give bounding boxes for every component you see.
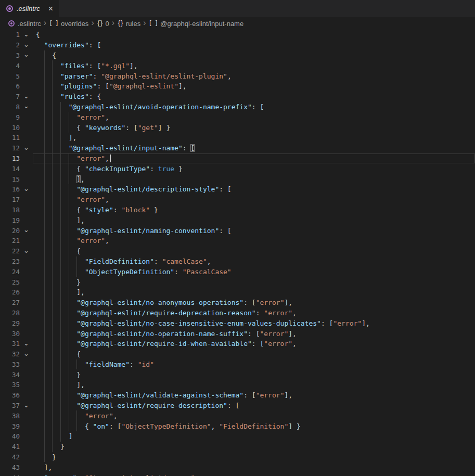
code-line[interactable]: 30 "@graphql-eslint/no-operation-name-su… <box>0 328 475 339</box>
code-text: { "on": ["ObjectTypeDefinition", "FieldD… <box>36 422 301 430</box>
code-line[interactable]: 25 } <box>0 277 475 287</box>
code-line[interactable]: 7⌄ "rules": { <box>0 92 475 102</box>
code-line[interactable]: 13 "error", <box>0 153 475 164</box>
line-number: 24 <box>0 268 20 276</box>
code-line[interactable]: 40 ] <box>0 431 475 442</box>
fold-chevron-icon[interactable]: ⌄ <box>23 339 29 346</box>
code-line[interactable]: 17 "error", <box>0 195 475 205</box>
breadcrumb-segment[interactable]: {}0 <box>97 20 109 28</box>
line-number: 23 <box>0 258 20 265</box>
code-line[interactable]: 9 "error", <box>0 112 475 122</box>
code-line[interactable]: 3⌄ { <box>0 50 475 61</box>
code-text: ], <box>36 216 85 224</box>
code-text: { "keywords": ["get"] } <box>36 124 170 132</box>
code-line[interactable]: 6 "plugins": ["@graphql-eslint"], <box>0 81 475 92</box>
code-token: } <box>174 165 183 173</box>
code-line[interactable]: 28 "@graphql-eslint/require-deprecation-… <box>0 308 475 318</box>
code-line[interactable]: 24 "ObjectTypeDefinition": "PascalCase" <box>0 266 475 277</box>
fold-chevron-icon[interactable]: ⌄ <box>23 92 29 99</box>
breadcrumb-segment[interactable]: .eslintrc <box>8 20 41 28</box>
code-token: "get" <box>138 124 158 132</box>
fold-chevron-icon[interactable]: ⌄ <box>23 349 29 357</box>
code-token: "@graphql-eslint/no-operation-name-suffi… <box>76 330 248 338</box>
code-token: : <box>76 474 85 476</box>
fold-chevron-icon[interactable]: ⌄ <box>23 401 29 408</box>
code-line[interactable]: 36 "@graphql-eslint/validate-against-sch… <box>0 390 475 401</box>
fold-chevron-icon[interactable]: ⌄ <box>23 246 29 254</box>
code-token: "error" <box>264 340 292 348</box>
code-line[interactable]: 43 ], <box>0 462 475 472</box>
code-line[interactable]: 4 "files": ["*.gql"], <box>0 60 475 71</box>
fold-chevron-icon[interactable]: ⌄ <box>23 40 29 48</box>
code-line[interactable]: 5 "parser": "@graphql-eslint/eslint-plug… <box>0 71 475 81</box>
breadcrumb-segment[interactable]: [ ]@graphql-eslint/input-name <box>149 20 244 28</box>
code-text: } <box>36 443 65 451</box>
code-line[interactable]: 20⌄ "@graphql-eslint/naming-convention":… <box>0 225 475 236</box>
breadcrumb-segment[interactable]: [ ]overrides <box>49 20 88 28</box>
code-line[interactable]: 42 } <box>0 452 475 462</box>
code-line[interactable]: 34 } <box>0 369 475 380</box>
line-number: 4 <box>0 62 20 70</box>
fold-chevron-icon[interactable]: ⌄ <box>23 102 29 110</box>
code-line[interactable]: 12⌄ "@graphql-eslint/input-name": [ <box>0 143 475 153</box>
code-line[interactable]: 1⌄{ <box>0 30 475 40</box>
code-token: { <box>76 247 81 255</box>
line-number: 42 <box>0 453 20 461</box>
code-token: } <box>76 278 81 286</box>
code-line[interactable]: 29 "@graphql-eslint/no-case-insensitive-… <box>0 318 475 328</box>
code-line[interactable]: 35 ], <box>0 380 475 390</box>
code-token: : <box>93 72 101 80</box>
breadcrumb-separator-icon: › <box>44 19 46 27</box>
code-line[interactable]: 22⌄ { <box>0 246 475 256</box>
code-line[interactable]: 44 "parser": "@typescript-eslint/parser" <box>0 472 475 476</box>
code-line[interactable]: 41 } <box>0 442 475 452</box>
code-text: } <box>36 453 56 461</box>
code-line[interactable]: 14 { "checkInputType": true } <box>0 163 475 174</box>
fold-chevron-icon[interactable]: ⌄ <box>23 185 29 192</box>
code-line[interactable]: 37⌄ "@graphql-eslint/require-description… <box>0 401 475 411</box>
code-token: : <box>130 361 138 368</box>
breadcrumb-label: rules <box>126 20 140 28</box>
code-line[interactable]: 21 "error", <box>0 236 475 246</box>
breadcrumb-separator-icon: › <box>91 19 94 27</box>
code-token: "overrides" <box>44 41 89 49</box>
code-editor[interactable]: 1⌄{2⌄ "overrides": [3⌄ {4 "files": ["*.g… <box>0 30 475 476</box>
code-text: { <box>36 52 56 59</box>
code-line[interactable]: 27 "@graphql-eslint/no-anonymous-operati… <box>0 298 475 308</box>
code-token: "ObjectTypeDefinition" <box>85 268 174 276</box>
fold-chevron-icon[interactable]: ⌄ <box>23 226 29 234</box>
code-token: "ObjectTypeDefinition" <box>121 422 211 430</box>
code-token: "rules" <box>60 93 89 100</box>
line-number: 30 <box>0 330 20 338</box>
code-token: { <box>76 350 81 358</box>
code-token: } <box>150 206 158 214</box>
tab-eslintrc[interactable]: .eslintrc × <box>0 0 59 17</box>
line-number: 22 <box>0 247 20 255</box>
code-line[interactable]: 2⌄ "overrides": [ <box>0 40 475 50</box>
code-line[interactable]: 19 ], <box>0 215 475 225</box>
code-token: "@graphql-eslint" <box>109 82 178 90</box>
fold-chevron-icon[interactable]: ⌄ <box>23 30 29 38</box>
code-line[interactable]: 15 ], <box>0 174 475 184</box>
line-number: 20 <box>0 227 20 235</box>
code-line[interactable]: 8⌄ "@graphql-eslint/avoid-operation-name… <box>0 102 475 112</box>
code-line[interactable]: 39 { "on": ["ObjectTypeDefinition", "Fie… <box>0 421 475 431</box>
code-line[interactable]: 16⌄ "@graphql-eslint/description-style":… <box>0 184 475 195</box>
close-icon[interactable]: × <box>48 5 53 13</box>
fold-chevron-icon[interactable]: ⌄ <box>23 143 29 151</box>
code-line[interactable]: 33 "fieldName": "id" <box>0 359 475 370</box>
code-text: "@graphql-eslint/no-anonymous-operations… <box>36 299 292 306</box>
code-token: "block" <box>121 206 150 214</box>
code-token: "parser" <box>44 474 77 476</box>
code-token: , <box>105 113 109 121</box>
code-line[interactable]: 38 "error", <box>0 410 475 421</box>
code-line[interactable]: 11 ], <box>0 133 475 143</box>
code-line[interactable]: 26 ], <box>0 287 475 298</box>
code-line[interactable]: 10 { "keywords": ["get"] } <box>0 122 475 133</box>
fold-chevron-icon[interactable]: ⌄ <box>23 50 29 58</box>
breadcrumb-segment[interactable]: {}rules <box>117 20 140 28</box>
code-line[interactable]: 31⌄ "@graphql-eslint/require-id-when-ava… <box>0 339 475 349</box>
code-line[interactable]: 18 { "style": "block" } <box>0 205 475 215</box>
code-line[interactable]: 23 "FieldDefinition": "camelCase", <box>0 256 475 267</box>
code-line[interactable]: 32⌄ { <box>0 349 475 359</box>
